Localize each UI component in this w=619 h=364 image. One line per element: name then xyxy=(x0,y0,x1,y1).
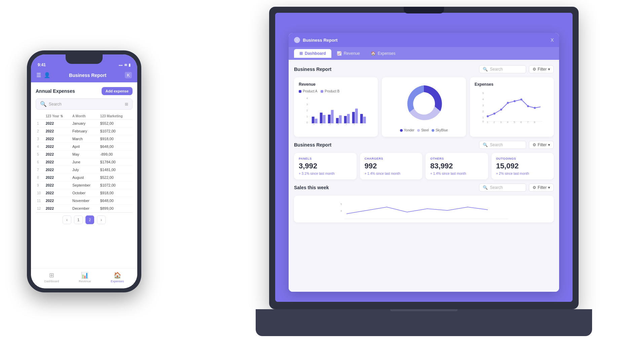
tab-expenses[interactable]: 🏠 Expenses xyxy=(365,49,401,58)
phone-expenses-table: 123 Year ⇅ A Month 123 Marketing xyxy=(36,113,133,212)
svg-text:4: 4 xyxy=(306,97,308,100)
donut-legend: Yonder Steel SkyBlue xyxy=(400,128,448,132)
svg-text:4: 4 xyxy=(337,122,339,125)
section2-search[interactable]: 🔍 Search xyxy=(479,141,526,149)
filter-icon-3: ⚙ xyxy=(533,185,536,190)
svg-rect-15 xyxy=(347,114,350,123)
laptop-body: ↑ Business Report X ⊞ Dashboard 📈 Revenu… xyxy=(269,7,579,309)
page-prev-button[interactable]: ‹ xyxy=(63,215,71,224)
table-row: 4 2022 April $648,00 xyxy=(36,143,133,151)
row-num: 6 xyxy=(36,158,44,166)
tab-dashboard[interactable]: ⊞ Dashboard xyxy=(294,49,331,58)
svg-text:1: 1 xyxy=(313,122,315,125)
scene: ↑ Business Report X ⊞ Dashboard 📈 Revenu… xyxy=(0,0,619,364)
svg-point-27 xyxy=(413,93,435,115)
svg-text:3: 3 xyxy=(329,122,331,125)
page-next-button[interactable]: › xyxy=(97,215,106,224)
chevron-down-icon: ▾ xyxy=(548,67,550,72)
row-amount: $1072,00 xyxy=(99,181,133,189)
legend-yonder: Yonder xyxy=(400,128,414,132)
nav-expenses[interactable]: 🏠 Expenses xyxy=(111,272,124,283)
dashboard-nav-icon: ⊞ xyxy=(49,272,54,279)
svg-text:3: 3 xyxy=(482,104,484,107)
sort-arrows[interactable]: ⇅ xyxy=(60,114,63,118)
row-amount: $648,00 xyxy=(99,197,133,205)
section2-header: Business Report 🔍 Search ⚙ Filter ▾ xyxy=(294,141,554,149)
donut-chart-svg xyxy=(402,82,446,126)
phone-search-placeholder: Search xyxy=(49,102,62,107)
expenses-nav-label: Expenses xyxy=(111,280,124,283)
svg-rect-18 xyxy=(360,114,363,123)
phone-search-box[interactable]: 🔍 Search ⊞ xyxy=(36,98,133,110)
table-row: 12 2022 December $899,00 xyxy=(36,205,133,212)
svg-point-40 xyxy=(520,98,522,100)
menu-icon[interactable]: ☰ xyxy=(36,72,41,78)
expenses-chart-title: Expenses xyxy=(475,82,549,87)
phone-app-title: Business Report xyxy=(53,73,122,78)
stat-change-panels: + 3.1% since last month xyxy=(299,172,352,175)
nav-dashboard[interactable]: ⊞ Dashboard xyxy=(44,272,59,283)
svg-text:3: 3 xyxy=(500,121,502,123)
laptop-screen: ↑ Business Report X ⊞ Dashboard 📈 Revenu… xyxy=(275,13,573,302)
section3-filter[interactable]: ⚙ Filter ▾ xyxy=(529,184,554,192)
table-row: 1 2022 January $552,00 xyxy=(36,120,133,127)
section3-search[interactable]: 🔍 Search xyxy=(479,184,526,192)
row-month: June xyxy=(71,158,99,166)
table-row: 11 2022 November $648,00 xyxy=(36,197,133,205)
revenue-legend: Product A Product B xyxy=(299,89,373,93)
svg-text:1: 1 xyxy=(482,116,484,119)
svg-point-42 xyxy=(534,107,536,109)
page-1-button[interactable]: 1 xyxy=(74,215,83,224)
legend-dot-skyblue xyxy=(432,129,434,132)
table-row: 8 2022 August $522,00 xyxy=(36,174,133,181)
stat-card-chargers: CHARGERS 992 + 1.4% since last month xyxy=(360,153,423,179)
row-month: August xyxy=(71,174,99,181)
tab-revenue[interactable]: 📈 Revenue xyxy=(331,49,365,58)
phone-close-button[interactable]: K xyxy=(125,72,132,78)
phone-bottomnav: ⊞ Dashboard 📊 Revenue 🏠 Expenses xyxy=(31,268,137,288)
row-amount: $1784,00 xyxy=(99,158,133,166)
nav-revenue[interactable]: 📊 Revenue xyxy=(79,272,91,283)
svg-text:2: 2 xyxy=(493,121,495,123)
section1-search[interactable]: 🔍 Search xyxy=(479,65,526,73)
svg-text:7: 7 xyxy=(527,121,529,123)
col-month: A Month xyxy=(71,113,99,120)
row-num: 9 xyxy=(36,181,44,189)
row-month: February xyxy=(71,127,99,135)
legend-skyblue: SkyBlue xyxy=(432,128,448,132)
phone-screen: 9:41 ▪▪▪ ≋ ▮ ☰ 👤 Business Report K xyxy=(31,54,137,288)
phone-time: 9:41 xyxy=(38,58,46,67)
sort-icon: 123 xyxy=(46,114,51,118)
phone-avatar-icon: 👤 xyxy=(44,72,50,78)
section3-title: Sales this week xyxy=(294,185,329,190)
svg-text:4: 4 xyxy=(482,98,484,101)
row-year: 2022 xyxy=(44,143,71,151)
stat-card-outgoings: OUTGOINGS 15,092 + 2% since last month xyxy=(491,153,554,179)
row-num: 12 xyxy=(36,205,44,212)
app-titlebar: ↑ Business Report X xyxy=(289,33,559,47)
row-year: 2022 xyxy=(44,120,71,127)
revenue-nav-label: Revenue xyxy=(79,280,91,283)
row-num: 1 xyxy=(36,120,44,127)
stat-label-panels: PANELS xyxy=(299,157,352,160)
row-num: 10 xyxy=(36,189,44,197)
section2-filter[interactable]: ⚙ Filter ▾ xyxy=(529,141,554,149)
sales-week-chart: 5 4 xyxy=(294,196,554,223)
svg-text:0: 0 xyxy=(482,120,484,123)
page-2-button[interactable]: 2 xyxy=(85,215,94,224)
row-num: 4 xyxy=(36,143,44,151)
svg-rect-9 xyxy=(323,115,326,123)
app-close-button[interactable]: X xyxy=(551,37,554,43)
dashboard-icon: ⊞ xyxy=(299,51,303,56)
expenses-icon: 🏠 xyxy=(371,51,376,56)
stat-value-panels: 3,992 xyxy=(299,162,352,170)
phone-filter-icon[interactable]: ⊞ xyxy=(125,102,128,107)
laptop: ↑ Business Report X ⊞ Dashboard 📈 Revenu… xyxy=(269,7,579,336)
row-amount: $1072,00 xyxy=(99,127,133,135)
svg-text:6: 6 xyxy=(354,122,355,125)
table-row: 5 2022 May -899,00 xyxy=(36,151,133,158)
phone-add-expense-button[interactable]: Add expense xyxy=(102,87,133,95)
laptop-notch xyxy=(404,7,444,13)
section1-filter[interactable]: ⚙ Filter ▾ xyxy=(529,65,554,73)
section2-title: Business Report xyxy=(294,142,331,148)
